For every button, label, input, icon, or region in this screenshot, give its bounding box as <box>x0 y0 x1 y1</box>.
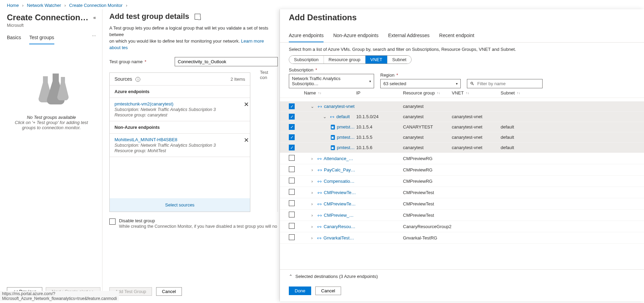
region-value: 63 selected <box>383 81 406 86</box>
table-row[interactable]: ✓⌄‹·›canarytest-vnetcanarytest <box>280 101 644 112</box>
tab-recent-endpoint[interactable]: Recent endpoint <box>439 30 474 42</box>
col-vnet[interactable]: VNET <box>452 90 464 96</box>
pill-resource-group[interactable]: Resource group <box>324 56 365 64</box>
remove-icon[interactable]: ✕ <box>242 101 250 108</box>
disable-checkbox[interactable] <box>109 218 116 225</box>
chevron-right-icon[interactable]: › <box>310 213 314 218</box>
chevron-right-icon[interactable]: › <box>310 224 314 229</box>
row-checkbox[interactable] <box>289 212 295 217</box>
row-checkbox[interactable] <box>289 200 295 206</box>
tab-nonazure-endpoints[interactable]: Non-Azure endpoints <box>333 30 379 42</box>
row-name[interactable]: default <box>336 114 350 119</box>
tab-azure-endpoints[interactable]: Azure endpoints <box>289 30 324 42</box>
row-name[interactable]: pmtestchu.. <box>337 145 356 150</box>
table-row[interactable]: ✓▣pmtestchu..10.1.5.6canarytestcanarytes… <box>280 143 644 153</box>
crumb-network-watcher[interactable]: Network Watcher <box>27 3 61 8</box>
source-name[interactable]: MohittestLA_MININT-HB4SBE8 <box>114 137 240 142</box>
table-row[interactable]: ›‹·›CMPreviewTestv..CMPreviewTest <box>280 198 644 210</box>
chevron-right-icon[interactable]: › <box>310 156 314 161</box>
row-checkbox[interactable]: ✓ <box>289 103 295 109</box>
tab-test-groups[interactable]: Test groups <box>29 33 54 44</box>
pill-subnet[interactable]: Subnet <box>387 56 411 64</box>
mid-title: Add test group details <box>109 12 189 21</box>
table-row[interactable]: ›‹·›CanaryResource..CanaryResourceGroup2 <box>280 221 644 232</box>
collapse-icon[interactable]: « <box>93 15 96 20</box>
row-name[interactable]: PayCalc_Payroll <box>324 167 356 172</box>
table-row[interactable]: ✓▣pmetstchu..10.1.5.4CANARYTESTcanarytes… <box>280 122 644 132</box>
subscription-value: Network Traffic Analytics Subscriptio… <box>292 76 366 86</box>
info-icon[interactable]: i <box>135 77 140 82</box>
row-rg: canarytest <box>403 104 452 109</box>
table-row[interactable]: ✓⌄‹·›default10.1.5.0/24canarytestcanaryt… <box>280 112 644 122</box>
row-checkbox[interactable] <box>289 166 295 172</box>
row-checkbox[interactable] <box>289 223 295 229</box>
table-row[interactable]: ›‹·›GnvarkalTestRGv..Gnvarkal-TestRG <box>280 232 644 244</box>
selected-summary[interactable]: Selected destinations (3 Azure endpoints… <box>295 274 378 279</box>
table-row[interactable]: ›‹·›CMPreviewTest-.CMPreviewTest <box>280 187 644 198</box>
row-name[interactable]: Attendance_Payr. <box>324 156 356 161</box>
row-checkbox[interactable] <box>289 189 295 195</box>
table-row[interactable]: ›‹·›Attendance_Payr.CMPreviewRG <box>280 153 644 164</box>
sort-icon[interactable]: ↑↓ <box>318 91 321 95</box>
sort-icon[interactable]: ↑↓ <box>466 91 469 95</box>
row-name[interactable]: CanaryResource.. <box>324 224 356 229</box>
pill-subscription[interactable]: Subscription <box>289 56 324 64</box>
sort-icon[interactable]: ↑↓ <box>437 91 440 95</box>
row-checkbox[interactable]: ✓ <box>289 145 295 150</box>
col-rg[interactable]: Resource group <box>403 90 435 96</box>
feedback-icon[interactable] <box>195 14 200 20</box>
sort-icon[interactable]: ↑↓ <box>517 91 520 95</box>
row-checkbox[interactable] <box>289 155 295 161</box>
crumb-home[interactable]: Home <box>7 3 19 8</box>
vnet-icon: ‹·› <box>317 235 321 240</box>
row-name[interactable]: pmetstchu.. <box>337 124 356 130</box>
row-name[interactable]: CMPreviewTestv.. <box>324 201 356 206</box>
table-row[interactable]: ›‹·›Compensation_...CMPreviewRG <box>280 176 644 187</box>
chevron-right-icon[interactable]: › <box>310 235 314 240</box>
cancel-button[interactable]: Cancel <box>156 287 182 296</box>
chevron-right-icon[interactable]: › <box>310 167 314 172</box>
tab-external-addresses[interactable]: External Addresses <box>388 30 430 42</box>
region-label: Region <box>380 72 394 78</box>
chevron-down-icon[interactable]: ⌄ <box>310 104 314 109</box>
row-checkbox[interactable] <box>289 234 295 240</box>
subscription-dropdown[interactable]: Network Traffic Analytics Subscriptio… ▾ <box>289 74 374 88</box>
region-dropdown[interactable]: 63 selected ▾ <box>380 79 461 88</box>
chevron-up-icon[interactable]: ⌃ <box>289 274 293 279</box>
destinations-grid[interactable]: ✓⌄‹·›canarytest-vnetcanarytest✓⌄‹·›defau… <box>280 101 644 269</box>
chevron-down-icon[interactable]: ⌄ <box>323 114 327 119</box>
remove-icon[interactable]: ✕ <box>242 136 250 144</box>
crumb-create-cm[interactable]: Create Connection Monitor <box>69 3 122 8</box>
row-name[interactable]: Compensation_... <box>324 179 356 184</box>
table-row[interactable]: ›‹·›CMPreview_HubCMPreviewTest <box>280 210 644 221</box>
col-name[interactable]: Name <box>304 90 316 96</box>
row-checkbox[interactable]: ✓ <box>289 124 295 130</box>
row-name[interactable]: CMPreview_Hub <box>324 213 356 218</box>
filter-field[interactable] <box>477 81 539 86</box>
chevron-right-icon[interactable]: › <box>310 190 314 195</box>
table-row[interactable]: ✓▣pmtestchu..10.1.5.5canarytestcanarytes… <box>280 132 644 143</box>
pill-vnet[interactable]: VNET <box>365 56 387 64</box>
done-button[interactable]: Done <box>289 287 311 295</box>
filter-input[interactable]: 🔍︎ <box>467 79 543 88</box>
tg-name-input[interactable] <box>175 57 278 66</box>
row-checkbox[interactable] <box>289 178 295 183</box>
add-destinations-panel: Add Destinations Azure endpoints Non-Azu… <box>280 9 644 301</box>
select-sources-button[interactable]: Select sources <box>110 198 250 212</box>
row-ip: 10.1.5.6 <box>356 145 403 150</box>
chevron-right-icon[interactable]: › <box>310 201 314 206</box>
tab-basics[interactable]: Basics <box>7 33 21 44</box>
col-subnet[interactable]: Subnet <box>501 90 515 96</box>
chevron-right-icon[interactable]: › <box>310 179 314 184</box>
row-name[interactable]: CMPreviewTest-. <box>324 190 356 195</box>
more-icon[interactable]: ··· <box>92 33 96 44</box>
row-name[interactable]: canarytest-vnet <box>324 104 354 109</box>
table-row[interactable]: ›‹·›PayCalc_PayrollCMPreviewRG <box>280 164 644 176</box>
source-name[interactable]: pmtestchunk-vm2(canarytest) <box>114 101 240 106</box>
row-checkbox[interactable]: ✓ <box>289 134 295 140</box>
cancel-button[interactable]: Cancel <box>315 287 341 295</box>
row-name[interactable]: pmtestchu.. <box>337 135 356 140</box>
row-name[interactable]: GnvarkalTestRGv.. <box>324 235 356 240</box>
row-checkbox[interactable]: ✓ <box>289 114 295 120</box>
col-ip[interactable]: IP <box>356 90 360 96</box>
